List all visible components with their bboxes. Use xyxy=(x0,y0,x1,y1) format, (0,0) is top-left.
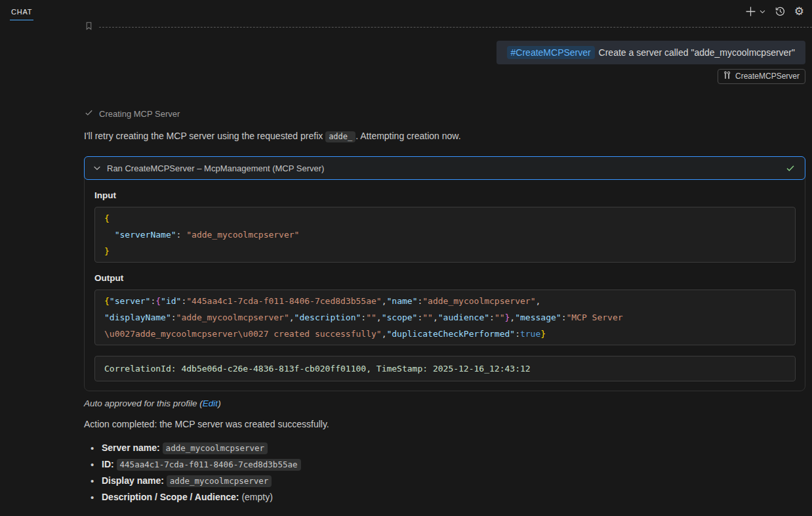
history-icon xyxy=(775,6,786,17)
titlebar-actions: ⚙ xyxy=(745,6,804,17)
bookmark-icon[interactable] xyxy=(84,21,94,33)
progress-step: Creating MCP Server xyxy=(84,108,805,119)
tool-call-body: Input { "serverName": "adde_mycoolmcpser… xyxy=(85,179,805,391)
value-inline-code: 445aa4c1-7cda-f011-8406-7ced8d3b55ae xyxy=(117,459,301,471)
checkpoint-line xyxy=(99,27,812,28)
code-line: { xyxy=(104,210,786,226)
chat-thread: #CreateMCPServer Create a server called … xyxy=(0,41,812,505)
progress-label: Creating MCP Server xyxy=(99,109,180,119)
code-line: {"server":{"id":"445aa4c1-7cda-f011-8406… xyxy=(104,293,786,309)
chevron-down-icon xyxy=(759,8,766,15)
server-details-list: Server name: adde_mycoolmcpserverID: 445… xyxy=(84,440,805,505)
value-inline-code: adde_mycoolmcpserver xyxy=(167,475,272,487)
assistant-intro-text: I'll retry creating the MCP server using… xyxy=(84,131,805,141)
tool-call-header[interactable]: Ran CreateMCPServer – McpManagement (MCP… xyxy=(84,156,805,180)
chevron-down-icon[interactable] xyxy=(92,163,102,173)
tool-command-token[interactable]: #CreateMCPServer xyxy=(507,46,595,59)
output-code-block: {"server":{"id":"445aa4c1-7cda-f011-8406… xyxy=(94,290,796,345)
output-heading: Output xyxy=(94,273,796,283)
code-line: } xyxy=(104,243,786,259)
chat-titlebar: CHAT ⚙ xyxy=(0,0,812,22)
approval-note: Auto approved for this profile (Edit) xyxy=(84,398,805,408)
check-icon xyxy=(84,108,94,119)
value-inline-code: adde_mycoolmcpserver xyxy=(163,442,268,454)
input-heading: Input xyxy=(94,190,796,200)
tool-call-panel: Ran CreateMCPServer – McpManagement (MCP… xyxy=(84,156,805,391)
tool-call-title: Ran CreateMCPServer – McpManagement (MCP… xyxy=(107,163,785,173)
user-message-text: Create a server called "adde_mycoolmcpse… xyxy=(596,47,795,58)
list-item: Server name: adde_mycoolmcpserver xyxy=(84,440,805,456)
history-button[interactable] xyxy=(775,6,786,17)
checkpoint-separator xyxy=(84,21,812,33)
edit-approval-link[interactable]: Edit xyxy=(203,398,218,408)
list-item: Display name: adde_mycoolmcpserver xyxy=(84,473,805,489)
tool-badge-label: CreateMCPServer xyxy=(735,72,800,81)
code-line: "serverName": "adde_mycoolmcpserver" xyxy=(104,226,786,243)
prefix-inline-code: adde_ xyxy=(325,131,355,142)
code-line: "displayName":"adde_mycoolmcpserver","de… xyxy=(104,309,786,326)
settings-button[interactable]: ⚙ xyxy=(794,6,804,17)
result-text: Action completed: the MCP server was cre… xyxy=(84,419,805,429)
list-item: Description / Scope / Audience: (empty) xyxy=(84,489,805,505)
tools-icon xyxy=(723,71,731,81)
new-chat-button[interactable] xyxy=(745,6,766,17)
user-message-bubble[interactable]: #CreateMCPServer Create a server called … xyxy=(497,41,805,64)
tool-reference-badge[interactable]: CreateMCPServer xyxy=(718,69,805,84)
code-line: \u0027adde_mycoolmcpserver\u0027 created… xyxy=(104,326,786,342)
success-check-icon xyxy=(785,163,796,173)
input-code-block: { "serverName": "adde_mycoolmcpserver"} xyxy=(94,207,796,263)
tab-chat[interactable]: CHAT xyxy=(10,2,33,20)
list-item: ID: 445aa4c1-7cda-f011-8406-7ced8d3b55ae xyxy=(84,456,805,473)
plus-icon xyxy=(745,6,756,17)
correlation-block: CorrelationId: 4db5e06d-c26e-4836-813f-c… xyxy=(94,356,796,381)
gear-icon: ⚙ xyxy=(794,6,804,17)
